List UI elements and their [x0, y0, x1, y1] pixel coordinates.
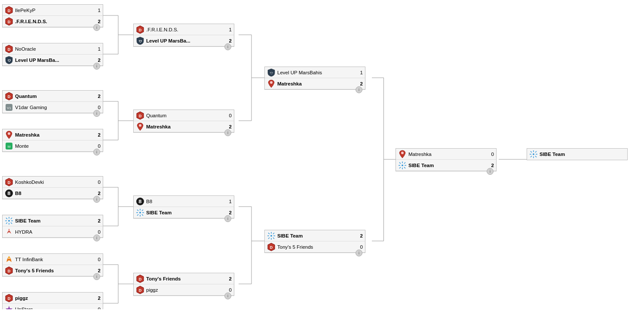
svg-line-113: [535, 156, 537, 157]
team-logo-sibe: [5, 216, 13, 225]
team-logo-snake: 𝟴: [136, 197, 144, 206]
svg-line-112: [531, 151, 532, 152]
match-r1m4: Matreshka2MMonte0i: [2, 129, 103, 152]
svg-point-107: [533, 153, 534, 155]
svg-line-54: [11, 218, 12, 219]
team-logo-dota: D: [5, 6, 13, 15]
team-name: Matreshka: [15, 132, 94, 137]
team-row-r4m1-1: Matreshka0: [396, 149, 496, 160]
team-name: NoOracle: [15, 46, 94, 52]
team-row-r3m2-1: SIBE Team2: [265, 230, 365, 241]
team-score: 2: [95, 94, 101, 99]
team-name: SIBE Team: [277, 233, 356, 238]
team-logo-matreshka: [5, 131, 13, 139]
team-score: 0: [95, 180, 101, 185]
info-badge[interactable]: i: [93, 235, 100, 241]
team-score: 1: [95, 8, 101, 13]
team-name: Tony's Friends: [146, 276, 225, 281]
team-row-r2m3-2: SIBE Team2: [134, 207, 234, 218]
match-r1m2: DNoOracle1🛡Level UP MarsBa...2i: [2, 43, 103, 66]
match-r2m1: D.F.R.I.E.N.D.S.1🛡Level UP MarsBa...2i: [133, 24, 234, 47]
info-badge[interactable]: i: [356, 250, 362, 256]
team-name: Level UP MarsBa...: [146, 38, 225, 43]
team-name: Tony's 5 Friends: [277, 244, 356, 250]
team-row-r5m1-1: SIBE Team: [527, 149, 627, 160]
team-row-r1m8-2: UpStars0: [3, 304, 103, 309]
team-score: 2: [95, 58, 101, 63]
svg-text:M: M: [8, 145, 11, 149]
svg-line-92: [273, 238, 274, 239]
svg-line-103: [399, 162, 401, 164]
team-logo-tt: [5, 255, 13, 264]
team-name: Matreshka: [146, 124, 225, 129]
team-row-r1m1-1: DIlePeKyP1: [3, 5, 103, 16]
team-logo-sibe: [136, 208, 144, 217]
info-badge[interactable]: i: [224, 43, 231, 50]
team-score: 0: [95, 307, 101, 310]
match-r1m7: TT InfinBank0DTony's 5 Friends2i: [2, 253, 103, 277]
info-badge[interactable]: i: [224, 293, 231, 299]
team-logo-sibe: [267, 232, 276, 240]
team-logo-dota: D: [136, 286, 144, 294]
match-r1m1: DIlePeKyP1D.F.R.I.E.N.D.S.2i: [2, 4, 103, 27]
team-name: UpStars: [15, 307, 94, 310]
team-logo-dota: D: [136, 25, 144, 34]
team-score: 1: [95, 46, 101, 52]
team-score: 0: [227, 287, 232, 293]
match-r3m1: 🛡Level UP MarsBahis1Matreshka2i: [264, 67, 365, 90]
svg-line-78: [142, 210, 143, 211]
svg-text:D: D: [139, 114, 142, 118]
match-r1m6: SIBE Team2HYDRA0i: [2, 215, 103, 238]
team-score: 2: [95, 19, 101, 24]
team-name: Tony's 5 Friends: [15, 268, 94, 273]
info-badge[interactable]: i: [224, 129, 231, 136]
team-row-r2m2-2: Matreshka2: [134, 121, 234, 132]
team-row-r4m1-2: SIBE Team2: [396, 160, 496, 171]
svg-line-79: [137, 214, 138, 216]
svg-line-93: [273, 233, 274, 234]
info-badge[interactable]: i: [93, 273, 100, 280]
team-name: Matreshka: [277, 81, 356, 86]
info-badge[interactable]: i: [93, 196, 100, 203]
svg-line-114: [535, 151, 537, 152]
team-name: .F.R.I.E.N.D.S.: [146, 27, 225, 32]
info-badge[interactable]: i: [93, 149, 100, 155]
team-row-r1m7-2: DTony's 5 Friends2: [3, 265, 103, 276]
team-score: 2: [227, 124, 232, 129]
team-logo-skull2: M: [5, 142, 13, 150]
team-name: Monte: [15, 143, 94, 149]
svg-line-104: [404, 167, 405, 168]
bracket-root: DIlePeKyP1D.F.R.I.E.N.D.S.2iDNoOracle1🛡L…: [0, 0, 636, 309]
team-name: B8: [15, 191, 94, 196]
team-row-r1m1-2: D.F.R.I.E.N.D.S.2: [3, 16, 103, 27]
info-badge[interactable]: i: [224, 215, 231, 222]
info-badge[interactable]: i: [487, 168, 494, 175]
team-row-r1m5-2: 𝟴B82: [3, 188, 103, 199]
match-r1m3: DQuantum2V1V1dar Gaming0i: [2, 90, 103, 113]
match-r4m1: Matreshka0SIBE Team2i: [396, 148, 497, 171]
svg-marker-62: [6, 306, 12, 310]
svg-text:D: D: [8, 47, 11, 52]
info-badge[interactable]: i: [93, 110, 100, 117]
svg-text:🛡: 🛡: [270, 72, 273, 75]
svg-line-106: [399, 167, 401, 168]
team-name: Level UP MarsBahis: [277, 70, 356, 75]
svg-text:🛡: 🛡: [139, 40, 142, 43]
team-logo-dota: D: [5, 45, 13, 53]
info-badge[interactable]: i: [93, 24, 100, 31]
info-badge[interactable]: i: [356, 86, 362, 93]
svg-point-47: [8, 220, 10, 222]
team-logo-stars: [5, 305, 13, 310]
svg-text:🛡: 🛡: [8, 59, 11, 62]
svg-line-94: [268, 238, 270, 239]
team-score: 1: [227, 199, 232, 204]
team-row-r1m7-1: TT InfinBank0: [3, 254, 103, 265]
svg-marker-56: [7, 256, 11, 259]
info-badge[interactable]: i: [93, 63, 100, 70]
team-score: 2: [358, 233, 363, 238]
svg-text:D: D: [139, 28, 142, 32]
team-name: Quantum: [146, 113, 225, 118]
svg-text:𝟴: 𝟴: [7, 191, 11, 196]
svg-line-76: [137, 210, 138, 211]
team-row-r2m4-2: Dpiggz0: [134, 284, 234, 296]
